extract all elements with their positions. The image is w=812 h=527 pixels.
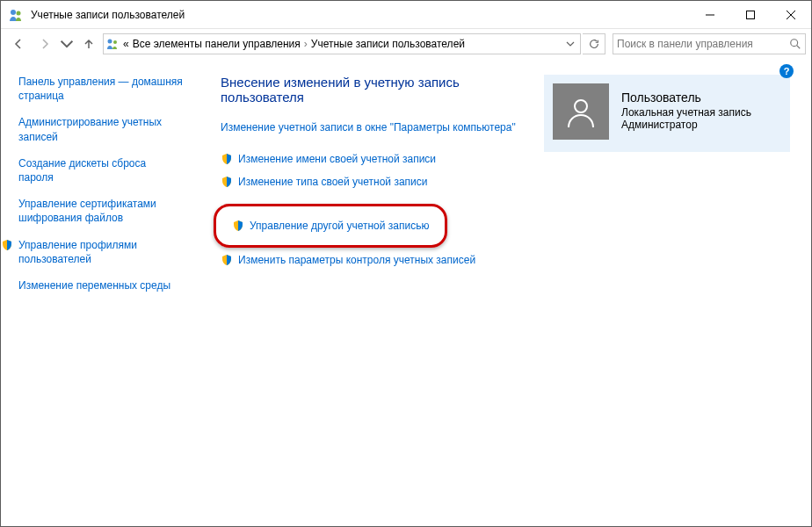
sidebar-item-home[interactable]: Панель управления — домашняя страница: [18, 75, 184, 103]
back-button[interactable]: [6, 32, 31, 56]
navigation-bar: « Все элементы панели управления › Учетн…: [1, 29, 811, 59]
chevron-right-icon[interactable]: ›: [304, 38, 308, 50]
address-dropdown[interactable]: [562, 40, 578, 48]
svg-line-9: [797, 46, 801, 49]
sidebar-item-admin-accounts[interactable]: Администрирование учетных записей: [18, 115, 184, 143]
sidebar-item-password-reset-disk[interactable]: Создание дискеты сброса пароля: [18, 156, 184, 184]
shield-icon: [221, 176, 233, 188]
refresh-button[interactable]: [583, 33, 605, 54]
search-input[interactable]: Поиск в панели управления: [613, 33, 806, 54]
task-label: Управление другой учетной записью: [250, 219, 429, 233]
user-account-type: Локальная учетная запись: [621, 106, 751, 119]
sidebar-item-user-profiles[interactable]: Управление профилями пользователей: [1, 238, 184, 266]
recent-locations-button[interactable]: [59, 32, 75, 56]
breadcrumb-parent[interactable]: Все элементы панели управления: [133, 38, 301, 50]
maximize-button[interactable]: [730, 1, 771, 29]
breadcrumb-current[interactable]: Учетные записи пользователей: [311, 38, 465, 50]
svg-rect-3: [747, 11, 755, 18]
main-content: Внесение изменений в учетную запись поль…: [194, 59, 811, 527]
task-change-account-settings[interactable]: Изменение учетной записи в окне "Парамет…: [221, 120, 530, 134]
sidebar-item-encryption-certs[interactable]: Управление сертификатами шифрования файл…: [18, 197, 184, 225]
shield-icon: [221, 254, 233, 266]
task-label: Изменение учетной записи в окне "Парамет…: [221, 120, 516, 134]
address-bar[interactable]: « Все элементы панели управления › Учетн…: [103, 33, 581, 54]
task-change-uac-settings[interactable]: Изменить параметры контроля учетных запи…: [221, 253, 530, 267]
users-icon: [8, 7, 24, 23]
task-change-account-name[interactable]: Изменение имени своей учетной записи: [221, 152, 530, 166]
shield-icon: [232, 220, 244, 232]
user-role: Администратор: [621, 119, 751, 131]
help-button[interactable]: ?: [779, 64, 794, 78]
svg-point-6: [108, 40, 112, 44]
task-label: Изменение типа своей учетной записи: [238, 175, 427, 189]
sidebar-item-label: Управление профилями пользователей: [18, 238, 184, 266]
minimize-button[interactable]: [690, 1, 730, 29]
page-heading: Внесение изменений в учетную запись поль…: [221, 75, 530, 105]
highlighted-callout: Управление другой учетной записью: [214, 204, 447, 248]
user-name: Пользователь: [621, 90, 751, 105]
window-controls: [690, 1, 811, 29]
svg-point-1: [17, 11, 21, 15]
task-change-account-type[interactable]: Изменение типа своей учетной записи: [221, 175, 530, 189]
search-placeholder: Поиск в панели управления: [617, 38, 753, 50]
task-manage-another-account[interactable]: Управление другой учетной записью: [232, 219, 429, 233]
title-bar: Учетные записи пользователей: [1, 1, 811, 29]
svg-point-8: [791, 40, 798, 47]
search-icon: [789, 38, 801, 50]
avatar: [553, 83, 609, 140]
task-label: Изменить параметры контроля учетных запи…: [238, 253, 475, 267]
shield-icon: [1, 239, 13, 251]
close-button[interactable]: [771, 1, 811, 29]
sidebar: Панель управления — домашняя страница Ад…: [1, 59, 194, 527]
svg-point-7: [113, 40, 117, 44]
users-icon: [105, 37, 120, 51]
shield-icon: [221, 153, 233, 165]
task-label: Изменение имени своей учетной записи: [238, 152, 436, 166]
current-user-card: Пользователь Локальная учетная запись Ад…: [544, 75, 790, 152]
window-title: Учетные записи пользователей: [31, 9, 185, 21]
svg-point-10: [575, 100, 587, 112]
svg-point-0: [11, 10, 16, 15]
up-button[interactable]: [76, 32, 101, 56]
sidebar-item-env-vars[interactable]: Изменение переменных среды: [18, 278, 184, 292]
user-info: Пользователь Локальная учетная запись Ад…: [621, 83, 751, 131]
forward-button[interactable]: [33, 32, 57, 56]
breadcrumb-prefix: «: [123, 38, 129, 50]
